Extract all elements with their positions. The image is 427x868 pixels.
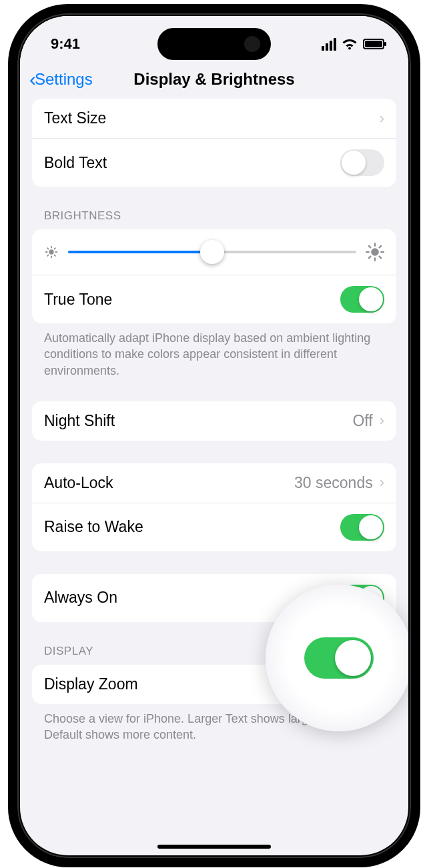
slider-fill bbox=[68, 251, 212, 253]
text-group: Text Size › Bold Text bbox=[32, 99, 396, 187]
row-value: Off bbox=[352, 412, 372, 430]
chevron-right-icon: › bbox=[380, 110, 384, 127]
sun-min-icon bbox=[44, 245, 59, 259]
row-label: Raise to Wake bbox=[44, 518, 340, 536]
battery-icon bbox=[363, 39, 384, 49]
row-raise-to-wake[interactable]: Raise to Wake bbox=[32, 503, 396, 551]
night-shift-group: Night Shift Off › bbox=[32, 401, 396, 441]
row-label: Night Shift bbox=[44, 412, 352, 430]
svg-point-9 bbox=[371, 248, 379, 256]
row-brightness-slider[interactable] bbox=[32, 229, 396, 275]
cellular-signal-icon bbox=[322, 38, 336, 51]
wifi-icon bbox=[342, 38, 358, 50]
row-label: Auto-Lock bbox=[44, 474, 294, 492]
svg-line-14 bbox=[369, 246, 370, 247]
lock-group: Auto-Lock 30 seconds › Raise to Wake bbox=[32, 463, 396, 551]
row-label: Text Size bbox=[44, 109, 380, 127]
row-label: True Tone bbox=[44, 291, 340, 309]
svg-line-15 bbox=[380, 257, 381, 258]
nav-bar: ‹ Settings Display & Brightness bbox=[20, 57, 408, 99]
row-label: Bold Text bbox=[44, 154, 340, 172]
svg-line-17 bbox=[380, 246, 381, 247]
row-bold-text[interactable]: Bold Text bbox=[32, 138, 396, 187]
brightness-group: True Tone bbox=[32, 229, 396, 323]
sun-max-icon bbox=[366, 243, 384, 261]
back-button[interactable]: ‹ Settings bbox=[29, 69, 93, 89]
row-true-tone[interactable]: True Tone bbox=[32, 275, 396, 323]
magnifier-callout bbox=[266, 585, 408, 731]
row-night-shift[interactable]: Night Shift Off › bbox=[32, 401, 396, 441]
brightness-slider[interactable] bbox=[68, 251, 356, 253]
toggle-bold-text[interactable] bbox=[340, 149, 384, 176]
svg-line-8 bbox=[55, 248, 55, 249]
row-value: 30 seconds bbox=[294, 474, 373, 492]
svg-line-16 bbox=[369, 257, 370, 258]
footer-true-tone: Automatically adapt iPhone display based… bbox=[32, 323, 396, 379]
phone-frame: 9:41 ‹ Settings Display & Brightness bbox=[8, 4, 420, 867]
svg-line-7 bbox=[47, 255, 48, 256]
svg-line-5 bbox=[47, 248, 48, 249]
row-text-size[interactable]: Text Size › bbox=[32, 99, 396, 138]
toggle-always-on-zoomed bbox=[304, 637, 374, 679]
row-auto-lock[interactable]: Auto-Lock 30 seconds › bbox=[32, 463, 396, 503]
section-header-brightness: BRIGHTNESS bbox=[32, 187, 396, 229]
back-label: Settings bbox=[35, 70, 93, 89]
svg-point-0 bbox=[49, 249, 53, 254]
home-indicator[interactable] bbox=[157, 845, 271, 849]
chevron-right-icon: › bbox=[380, 412, 384, 429]
toggle-true-tone[interactable] bbox=[340, 286, 384, 313]
dynamic-island bbox=[157, 28, 271, 60]
slider-knob[interactable] bbox=[200, 240, 224, 264]
svg-line-6 bbox=[55, 255, 55, 256]
status-time: 9:41 bbox=[51, 35, 80, 53]
toggle-raise-to-wake[interactable] bbox=[340, 514, 384, 541]
chevron-right-icon: › bbox=[380, 474, 384, 491]
